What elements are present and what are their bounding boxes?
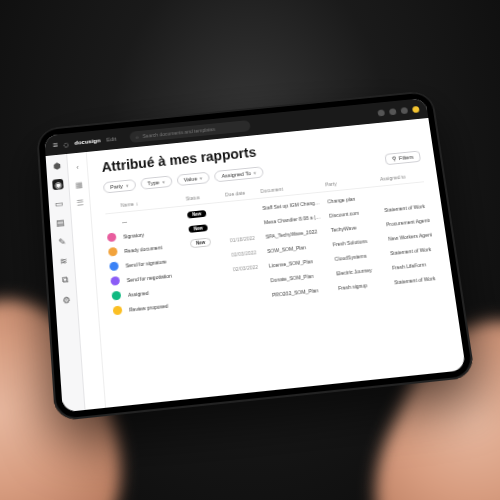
back-icon[interactable]: ‹ bbox=[72, 162, 82, 172]
sidebar-item-copy[interactable]: ⧉ bbox=[59, 274, 71, 286]
avatar bbox=[112, 291, 122, 301]
row-assignee: Statement of Work bbox=[384, 201, 444, 213]
sidebar-item-doc[interactable]: ▤ bbox=[55, 216, 67, 228]
reports-table: Name↕ Status Due date Document Party Ass… bbox=[104, 169, 451, 400]
row-status: New bbox=[188, 223, 222, 233]
filter-chip-label: Type bbox=[147, 179, 159, 186]
row-due: 02/03/2022 bbox=[231, 248, 261, 257]
chevron-down-icon: ▾ bbox=[126, 183, 129, 189]
list-icon[interactable]: ☰ bbox=[75, 197, 86, 207]
avatar bbox=[110, 276, 120, 286]
row-due bbox=[228, 223, 258, 226]
col-assignee[interactable]: Assigned to bbox=[380, 170, 439, 182]
row-assignee: Procurement Agents bbox=[386, 215, 446, 227]
row-due bbox=[227, 208, 257, 211]
row-assignee: New Workers Agents bbox=[388, 229, 448, 241]
filters-button[interactable]: ⚲ Filters bbox=[384, 151, 421, 166]
row-party: Fresh Solutions bbox=[332, 236, 382, 247]
col-party[interactable]: Party bbox=[325, 177, 375, 188]
filter-chip-party[interactable]: Party ▾ bbox=[103, 179, 136, 194]
row-status bbox=[196, 299, 230, 303]
row-due bbox=[236, 295, 266, 298]
col-label: Party bbox=[325, 181, 337, 188]
row-assignee: Statement of Work bbox=[394, 273, 451, 285]
col-status[interactable]: Status bbox=[185, 192, 219, 201]
status-dot-icon[interactable] bbox=[377, 109, 385, 116]
filters-button-label: Filters bbox=[398, 154, 413, 161]
col-doc[interactable]: Document bbox=[260, 182, 320, 194]
col-label: Status bbox=[185, 194, 200, 201]
status-badge: New bbox=[187, 210, 207, 219]
filter-chip-value[interactable]: Value ▾ bbox=[176, 172, 210, 187]
tablet-frame: ≡ ◌ docusign Edit ⌕ Search documents and… bbox=[36, 90, 475, 421]
row-party: CloudSystems bbox=[334, 251, 384, 262]
search-placeholder: Search documents and templates bbox=[142, 126, 215, 139]
row-status bbox=[191, 255, 225, 258]
sidebar-item-edit[interactable]: ✎ bbox=[56, 236, 68, 248]
filter-chip-label: Assigned To bbox=[221, 170, 251, 179]
row-status: New bbox=[187, 209, 221, 219]
col-label: Due date bbox=[225, 190, 246, 198]
col-due[interactable]: Due date bbox=[225, 189, 255, 198]
brand-dot-icon: ◌ bbox=[64, 140, 69, 147]
row-party: Electric Journey bbox=[336, 265, 387, 276]
filter-chip-type[interactable]: Type ▾ bbox=[140, 175, 172, 189]
avatar bbox=[108, 247, 118, 257]
avatar-icon[interactable] bbox=[412, 106, 420, 113]
hamburger-icon[interactable]: ≡ bbox=[52, 140, 58, 150]
avatar bbox=[113, 306, 123, 316]
chevron-down-icon: ▾ bbox=[254, 170, 258, 176]
col-label: Assigned to bbox=[380, 174, 406, 182]
col-name[interactable]: Name↕ bbox=[120, 196, 180, 208]
chevron-down-icon: ▾ bbox=[200, 175, 204, 181]
filter-chip-label: Party bbox=[110, 183, 123, 190]
status-badge: New bbox=[190, 237, 212, 248]
row-status bbox=[194, 284, 228, 288]
row-party: Discount.com bbox=[329, 207, 379, 218]
row-document: PRO202_SOM_Plan bbox=[272, 285, 333, 297]
avatar bbox=[107, 233, 117, 243]
filter-chip-assigned[interactable]: Assigned To ▾ bbox=[214, 166, 264, 182]
row-due: 01/18/2022 bbox=[230, 234, 260, 243]
row-party: TechyWave bbox=[331, 222, 381, 233]
row-party: Fresh signup bbox=[338, 280, 389, 291]
row-status: New bbox=[190, 236, 225, 248]
avatar bbox=[106, 218, 116, 227]
chevron-down-icon: ▾ bbox=[162, 179, 165, 185]
screen: ≡ ◌ docusign Edit ⌕ Search documents and… bbox=[44, 98, 466, 412]
status-badge: New bbox=[188, 224, 208, 233]
help-icon[interactable] bbox=[389, 108, 397, 115]
brand-name: docusign bbox=[74, 138, 100, 146]
filter-chip-label: Value bbox=[183, 176, 197, 183]
row-party: Change plan bbox=[327, 193, 377, 204]
sidebar-item-user[interactable]: ◉ bbox=[52, 179, 64, 190]
col-label: Document bbox=[260, 186, 283, 194]
main-content: Attribué à mes rapports Party ▾ Type ▾ V… bbox=[87, 118, 466, 408]
row-assignee: Fresh LifeForm bbox=[392, 258, 451, 270]
search-icon: ⌕ bbox=[136, 134, 139, 140]
row-due bbox=[234, 280, 264, 283]
grid-icon[interactable]: ▦ bbox=[74, 180, 85, 190]
row-assignee: Statement of Work bbox=[390, 244, 450, 256]
brand-sub: Edit bbox=[106, 136, 117, 143]
row-name: Review proposed bbox=[129, 300, 190, 312]
status-icons bbox=[377, 106, 419, 116]
sidebar-item-flow[interactable]: ≋ bbox=[57, 255, 69, 267]
sort-icon: ↕ bbox=[136, 201, 139, 207]
sidebar-item-home[interactable]: ⬢ bbox=[51, 160, 63, 171]
col-label: Name bbox=[120, 201, 134, 208]
sidebar-item-settings[interactable]: ⚙ bbox=[60, 294, 72, 306]
row-status bbox=[193, 270, 227, 273]
filter-icon: ⚲ bbox=[392, 156, 397, 162]
sidebar-item-folder[interactable]: ▭ bbox=[53, 198, 65, 210]
notification-icon[interactable] bbox=[400, 107, 408, 114]
row-assignee bbox=[382, 190, 441, 196]
row-due: 02/03/2022 bbox=[233, 263, 264, 272]
avatar bbox=[109, 261, 119, 271]
